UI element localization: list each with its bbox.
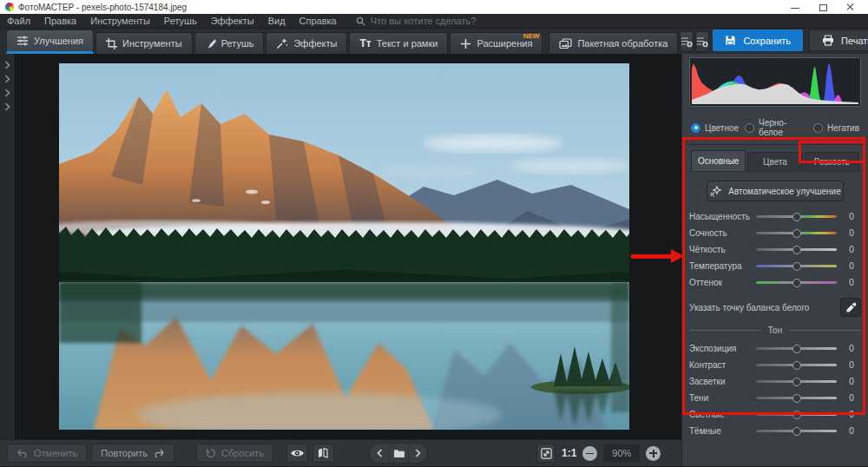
fit-to-screen-button[interactable] <box>536 444 556 463</box>
white-balance-label: Указать точку баланса белого <box>689 303 833 312</box>
save-label: Сохранить <box>743 36 791 46</box>
expand-chevron-icon[interactable] <box>4 89 10 97</box>
slider-value: 0 <box>842 410 861 419</box>
tab-batch-processing[interactable]: Пакетная обработка <box>549 32 678 54</box>
slider-thumb[interactable] <box>792 378 801 386</box>
plus-icon <box>460 38 471 49</box>
mode-negative[interactable]: Негатив <box>813 123 859 133</box>
slider-thumb[interactable] <box>792 411 801 419</box>
adjustments-panel: Цветное Черно-белое Негатив Основные Цве… <box>681 54 868 466</box>
tint-track[interactable] <box>756 281 837 284</box>
menu-effects[interactable]: Эффекты <box>211 16 254 26</box>
actual-size-button[interactable]: 1:1 <box>562 447 576 459</box>
slider-thumb[interactable] <box>792 262 801 271</box>
menubar: Файл Правка Инструменты Ретушь Эффекты В… <box>0 14 868 29</box>
preset-add-button[interactable] <box>680 31 694 52</box>
menu-tools[interactable]: Инструменты <box>90 16 150 26</box>
blacks-track[interactable] <box>756 430 837 432</box>
panel-tab-sharpness[interactable]: Резкость <box>805 152 859 171</box>
tab-label: Инструменты <box>122 38 182 49</box>
slider-thumb[interactable] <box>792 345 801 353</box>
auto-enhance-button[interactable]: Автоматическое улучшение <box>707 181 844 201</box>
save-icon <box>725 35 736 46</box>
compare-before-after-button[interactable] <box>312 444 334 463</box>
search-placeholder: Что вы хотите сделать? <box>371 16 477 26</box>
zoom-controls: 1:1 90% <box>536 444 661 463</box>
slider-value: 0 <box>842 360 861 370</box>
app-logo-icon <box>5 3 14 11</box>
new-badge: NEW <box>523 32 540 40</box>
magic-star-icon <box>709 185 722 198</box>
highlights-track[interactable] <box>756 380 837 383</box>
slider-thumb[interactable] <box>792 394 801 403</box>
minimize-button[interactable] <box>790 3 800 11</box>
undo-button[interactable]: Отменить <box>7 444 87 463</box>
next-photo-button[interactable] <box>408 444 427 463</box>
clarity-track[interactable] <box>756 248 837 251</box>
tab-tools[interactable]: Инструменты <box>95 32 193 54</box>
close-button[interactable] <box>845 3 856 11</box>
shadows-track[interactable] <box>756 397 837 399</box>
tab-extensions[interactable]: NEW Расширения <box>450 32 542 54</box>
vibrance-track[interactable] <box>756 232 837 234</box>
tab-text-frames[interactable]: Tт Текст и рамки <box>349 32 448 54</box>
slider-thumb[interactable] <box>792 361 801 370</box>
slider-temperature: Температура 0 <box>689 258 861 274</box>
expand-chevron-icon[interactable] <box>4 102 10 111</box>
histogram-plot <box>692 60 858 104</box>
menu-help[interactable]: Справка <box>299 16 337 26</box>
open-folder-button[interactable] <box>389 444 408 463</box>
radio-icon <box>745 123 754 133</box>
menu-file[interactable]: Файл <box>7 16 30 26</box>
contrast-track[interactable] <box>756 364 837 366</box>
menu-edit[interactable]: Правка <box>44 16 76 26</box>
panel-tab-basic[interactable]: Основные <box>691 150 746 171</box>
zoom-in-button[interactable] <box>646 446 661 461</box>
exposure-track[interactable] <box>756 347 837 350</box>
slider-thumb[interactable] <box>792 427 801 436</box>
slider-thumb[interactable] <box>792 213 801 221</box>
slider-thumb[interactable] <box>792 229 801 238</box>
save-button[interactable]: Сохранить <box>713 30 803 51</box>
undo-label: Отменить <box>34 448 77 458</box>
saturation-track[interactable] <box>756 215 837 218</box>
redo-button[interactable]: Повторить <box>91 444 174 463</box>
panel-tab-colors[interactable]: Цвета <box>747 152 802 171</box>
white-balance-row: Указать точку баланса белого <box>689 298 861 317</box>
radio-icon <box>813 123 823 133</box>
tab-label: Пакетная обработка <box>577 38 667 49</box>
white-balance-picker-button[interactable] <box>840 298 861 317</box>
auto-enhance-label: Автоматическое улучшение <box>728 187 840 196</box>
expand-chevron-icon[interactable] <box>4 75 10 83</box>
slider-shadows: Тени 0 <box>689 390 861 406</box>
magic-wand-icon <box>276 37 288 49</box>
show-original-button[interactable] <box>286 444 308 463</box>
print-button[interactable]: Печать <box>809 30 868 51</box>
menu-search[interactable]: Что вы хотите сделать? <box>356 16 477 26</box>
menu-retouch[interactable]: Ретушь <box>164 16 197 26</box>
slider-thumb[interactable] <box>792 279 801 287</box>
menu-view[interactable]: Вид <box>268 16 286 26</box>
prev-photo-button[interactable] <box>370 444 389 463</box>
printer-icon <box>822 35 834 46</box>
photo-canvas <box>16 54 681 439</box>
whites-track[interactable] <box>756 413 837 416</box>
tab-effects[interactable]: Эффекты <box>266 32 347 54</box>
batch-photos-icon <box>559 38 572 49</box>
expand-chevron-icon[interactable] <box>4 61 10 69</box>
slider-value: 0 <box>842 426 861 436</box>
slider-contrast: Контраст 0 <box>689 357 861 373</box>
tab-retouch[interactable]: Ретушь <box>194 32 265 54</box>
tab-enhancements[interactable]: Улучшения <box>6 30 94 54</box>
redo-icon <box>153 449 165 457</box>
mode-color[interactable]: Цветное <box>691 123 739 133</box>
mode-black-white[interactable]: Черно-белое <box>745 118 807 137</box>
mode-label: Цветное <box>705 123 739 133</box>
restore-button[interactable] <box>818 3 828 11</box>
preset-export-button[interactable] <box>695 31 709 52</box>
slider-thumb[interactable] <box>792 246 801 254</box>
tone-section-header: Тон <box>689 326 861 335</box>
zoom-out-button[interactable] <box>582 446 597 461</box>
reset-button[interactable]: Сбросить <box>196 444 273 463</box>
temperature-track[interactable] <box>756 265 837 267</box>
